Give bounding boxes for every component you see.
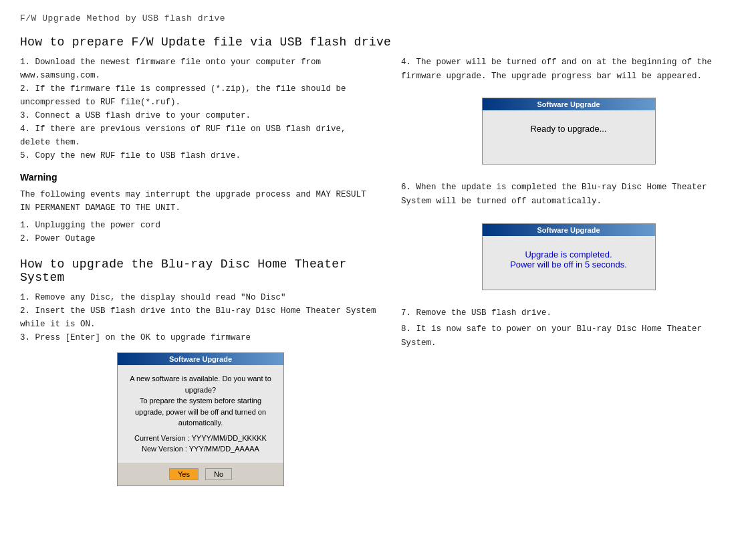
- dialog-complete-titlebar: Software Upgrade: [483, 224, 655, 236]
- right-step4: 4. The power will be turned off and on a…: [401, 56, 736, 83]
- upgrade-steps: 1. Remove any Disc, the display should r…: [20, 291, 381, 344]
- step-4: 4. If there are previous versions of RUF…: [20, 122, 381, 149]
- dialog-upgrade-container: Software Upgrade A new software is avail…: [20, 352, 381, 486]
- dialog-upgrade-titlebar: Software Upgrade: [118, 353, 283, 365]
- dialog-complete-text2: Power will be off in 5 seconds.: [489, 259, 648, 270]
- right-step8: 8. It is now safe to power on your Blu-r…: [401, 322, 736, 350]
- dialog-upgrade-buttons: Yes No: [118, 463, 283, 486]
- dialog-ready-container: Software Upgrade Ready to upgrade...: [401, 91, 736, 171]
- dialog-upgrade-body1: A new software is available. Do you want…: [124, 373, 277, 395]
- dialog-upgrade-current: Current Version : YYYY/MM/DD_KKKKK: [124, 433, 277, 444]
- upgrade-step-2: 2. Insert the USB flash drive into the B…: [20, 304, 381, 331]
- left-column: 1. Download the newest firmware file ont…: [20, 56, 381, 486]
- dialog-ready-titlebar: Software Upgrade: [483, 98, 655, 110]
- dialog-no-button[interactable]: No: [205, 468, 232, 480]
- warning-item-1: 1. Unplugging the power cord: [20, 219, 381, 232]
- dialog-yes-button[interactable]: Yes: [169, 468, 199, 480]
- warning-items: 1. Unplugging the power cord 2. Power Ou…: [20, 219, 381, 245]
- prepare-steps: 1. Download the newest firmware file ont…: [20, 56, 381, 163]
- section2-heading: How to upgrade the Blu-ray Disc Home The…: [20, 257, 381, 284]
- step-5: 5. Copy the new RUF file to USB flash dr…: [20, 149, 381, 163]
- step-3: 3. Connect a USB flash drive to your com…: [20, 109, 381, 122]
- dialog-ready-body: Ready to upgrade...: [483, 110, 655, 164]
- dialog-ready: Software Upgrade Ready to upgrade...: [482, 98, 656, 165]
- dialog-upgrade: Software Upgrade A new software is avail…: [117, 352, 284, 486]
- dialog-complete-body: Upgrade is completed. Power will be off …: [483, 236, 655, 290]
- dialog-complete-text1: Upgrade is completed.: [489, 249, 648, 259]
- dialog-upgrade-body: A new software is available. Do you want…: [118, 365, 283, 463]
- warning-text: The following events may interrupt the u…: [20, 188, 381, 215]
- upgrade-step-1: 1. Remove any Disc, the display should r…: [20, 291, 381, 304]
- step-1: 1. Download the newest firmware file ont…: [20, 56, 381, 82]
- dialog-complete-container: Software Upgrade Upgrade is completed. P…: [401, 217, 736, 297]
- dialog-complete: Software Upgrade Upgrade is completed. P…: [482, 223, 656, 290]
- section1-heading: How to prepare F/W Update file via USB f…: [20, 35, 736, 49]
- warning-item-2: 2. Power Outage: [20, 232, 381, 245]
- right-step6: 6. When the update is completed the Blu-…: [401, 181, 736, 208]
- dialog-upgrade-body2: To prepare the system before starting up…: [124, 395, 277, 429]
- right-step7: 7. Remove the USB flash drive.: [401, 306, 736, 320]
- dialog-ready-text: Ready to upgrade...: [489, 124, 648, 134]
- warning-heading: Warning: [20, 172, 381, 183]
- dialog-upgrade-new: New Version : YYY/MM/DD_AAAAA: [124, 443, 277, 455]
- right-column: 4. The power will be turned off and on a…: [401, 56, 736, 352]
- step-2: 2. If the firmware file is compressed (*…: [20, 82, 381, 109]
- page-subtitle: F/W Upgrade Method by USB flash drive: [20, 13, 736, 23]
- upgrade-step-3: 3. Press [Enter] on the OK to upgrade fi…: [20, 331, 381, 344]
